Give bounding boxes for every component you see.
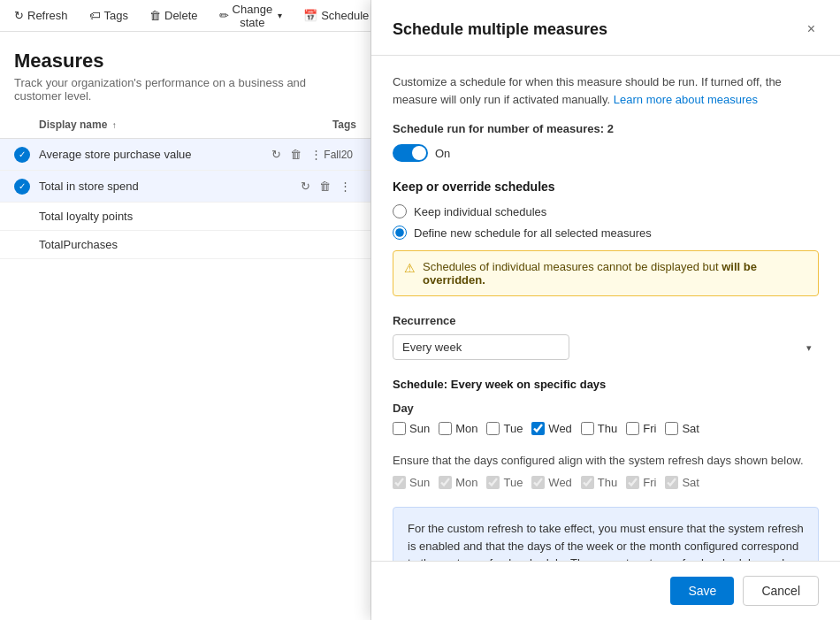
page-title: Measures	[14, 50, 356, 73]
row-actions-2: ↻ 🗑 ⋮	[299, 178, 353, 195]
radio-keep[interactable]: Keep individual schedules	[393, 204, 819, 218]
radio-keep-label: Keep individual schedules	[414, 205, 546, 218]
day-item-fri: Fri	[626, 422, 656, 435]
table-header: Display name ↑ Tags	[0, 111, 370, 139]
day-label: Day	[393, 402, 819, 415]
day-check-mon[interactable]	[439, 422, 452, 435]
warning-text-part: Schedules of individual measures cannot …	[423, 260, 722, 273]
sys-day-name-thu: Thu	[598, 476, 617, 489]
row-checkbox-1[interactable]: ✓	[14, 147, 39, 163]
row-refresh-button-1[interactable]: ↻	[270, 146, 283, 163]
system-align-label: Ensure that the days configured align wi…	[393, 453, 819, 469]
sys-check-sun	[393, 476, 406, 489]
delete-label: Delete	[164, 9, 198, 22]
day-check-fri[interactable]	[626, 422, 639, 435]
schedule-run-label: Schedule run for number of measures: 2	[393, 122, 819, 135]
radio-define-input[interactable]	[393, 226, 407, 240]
modal-header: Schedule multiple measures ×	[371, 0, 840, 56]
day-name-wed: Wed	[548, 422, 572, 435]
radio-define-label: Define new schedule for all selected mea…	[414, 226, 652, 240]
system-days-row: Sun Mon Tue Wed Thu	[393, 476, 819, 489]
keep-override-title: Keep or override schedules	[393, 180, 819, 194]
row-delete-button-1[interactable]: 🗑	[288, 146, 303, 163]
sys-day-name-wed: Wed	[548, 476, 572, 489]
schedule-subtitle: Schedule: Every week on specific days	[393, 378, 819, 391]
sys-day-name-sun: Sun	[409, 476, 430, 489]
sys-check-thu	[581, 476, 594, 489]
row-checkbox-2[interactable]: ✓	[14, 179, 39, 195]
sys-day-wed: Wed	[531, 476, 572, 489]
chevron-down-icon: ▾	[806, 341, 812, 353]
sys-day-name-sat: Sat	[682, 476, 699, 489]
row-more-button-2[interactable]: ⋮	[338, 178, 353, 195]
day-check-tue[interactable]	[486, 422, 500, 435]
row-name-3: Total loyalty points	[39, 210, 133, 223]
day-check-sat[interactable]	[665, 422, 678, 435]
table-row[interactable]: Total loyalty points	[0, 203, 370, 231]
tags-label: Tags	[104, 9, 128, 22]
row-delete-button-2[interactable]: 🗑	[317, 178, 332, 195]
modal-description: Customize a schedule for when this measu…	[393, 73, 819, 108]
page-subtitle: Track your organization's performance on…	[14, 76, 356, 103]
toggle-row: On	[393, 144, 819, 162]
table-row[interactable]: TotalPurchases	[0, 231, 370, 259]
refresh-button[interactable]: ↻ Refresh	[11, 7, 72, 24]
radio-keep-input[interactable]	[393, 204, 407, 218]
selected-check-icon: ✓	[14, 179, 30, 195]
schedule-button[interactable]: 📅 Schedule	[300, 7, 372, 24]
day-name-sun: Sun	[409, 422, 430, 435]
refresh-icon: ↻	[14, 9, 24, 22]
tags-button[interactable]: 🏷 Tags	[86, 7, 132, 24]
schedule-label: Schedule	[321, 9, 369, 22]
sys-day-name-mon: Mon	[455, 476, 477, 489]
day-name-tue: Tue	[503, 422, 523, 435]
recurrence-select-wrap: Every day Every week Every month ▾	[393, 334, 819, 360]
modal-overlay: Schedule multiple measures × Customize a…	[371, 0, 840, 620]
delete-button[interactable]: 🗑 Delete	[146, 7, 202, 24]
table-row[interactable]: ✓ Average store purchase value ↻ 🗑 ⋮ Fal…	[0, 139, 370, 171]
info-text-1: For the custom refresh to take effect, y…	[408, 522, 804, 561]
change-state-label: Change state	[233, 3, 273, 29]
sys-check-sat	[665, 476, 678, 489]
sys-day-name-tue: Tue	[503, 476, 523, 489]
refresh-label: Refresh	[27, 9, 68, 22]
sys-day-sat: Sat	[665, 476, 699, 489]
recurrence-select[interactable]: Every day Every week Every month	[393, 334, 569, 360]
edit-icon: ✏	[219, 9, 229, 22]
day-check-wed[interactable]	[531, 422, 545, 435]
schedule-icon: 📅	[303, 9, 317, 22]
schedule-toggle[interactable]	[393, 144, 428, 162]
col-tags-header: Tags	[286, 119, 356, 131]
save-button[interactable]: Save	[670, 577, 734, 605]
close-button[interactable]: ×	[804, 18, 819, 41]
row-more-button-1[interactable]: ⋮	[309, 146, 324, 163]
modal-footer: Save Cancel	[371, 561, 840, 620]
day-item-tue: Tue	[486, 422, 523, 435]
sys-day-sun: Sun	[393, 476, 430, 489]
tags-icon: 🏷	[89, 9, 101, 22]
day-check-thu[interactable]	[581, 422, 594, 435]
sort-icon: ↑	[112, 120, 117, 130]
day-item-sun: Sun	[393, 422, 430, 435]
table-row[interactable]: ✓ Total in store spend ↻ 🗑 ⋮	[0, 171, 370, 203]
learn-more-link[interactable]: Learn more about measures	[614, 93, 758, 106]
change-state-button[interactable]: ✏ Change state ▾	[216, 1, 286, 31]
modal-body: Customize a schedule for when this measu…	[371, 56, 840, 561]
day-name-sat: Sat	[682, 422, 699, 435]
row-refresh-button-2[interactable]: ↻	[299, 178, 312, 195]
day-check-sun[interactable]	[393, 422, 406, 435]
day-item-mon: Mon	[439, 422, 477, 435]
radio-group: Keep individual schedules Define new sch…	[393, 204, 819, 240]
col-name-label: Display name	[39, 119, 107, 131]
warning-icon: ⚠	[404, 261, 416, 275]
page-header: Measures Track your organization's perfo…	[0, 32, 370, 111]
radio-define[interactable]: Define new schedule for all selected mea…	[393, 226, 819, 240]
selected-check-icon: ✓	[14, 147, 30, 163]
warning-text: Schedules of individual measures cannot …	[423, 260, 807, 287]
day-item-thu: Thu	[581, 422, 617, 435]
day-item-sat: Sat	[665, 422, 699, 435]
day-name-mon: Mon	[455, 422, 477, 435]
cancel-button[interactable]: Cancel	[743, 576, 819, 606]
schedule-modal: Schedule multiple measures × Customize a…	[371, 0, 840, 620]
sys-day-fri: Fri	[626, 476, 656, 489]
